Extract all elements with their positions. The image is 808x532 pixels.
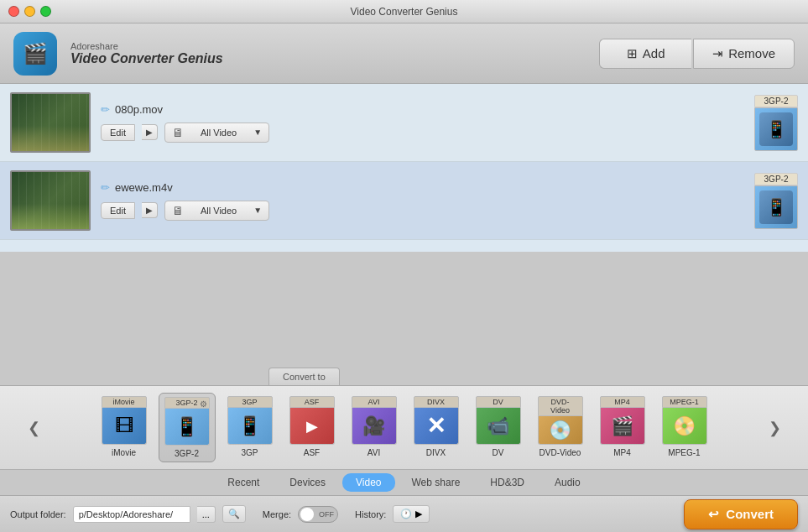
tab-audio[interactable]: Audio <box>541 473 594 492</box>
format-icon-box: 🎞 <box>102 408 147 445</box>
format-item-avi[interactable]: AVI 🎥 AVI <box>347 393 402 462</box>
bottom-bar: Output folder: p/Desktop/Adoreshare/ ...… <box>0 495 808 532</box>
browse-button[interactable]: ... <box>197 506 216 523</box>
format-item-dvd[interactable]: DVD-Video 💿 DVD-Video <box>533 393 588 462</box>
format-label: 3GP <box>241 448 258 457</box>
app-icon: 🎬 <box>13 32 57 76</box>
tab-recent[interactable]: Recent <box>214 473 273 492</box>
badge-icon-0: 📱 <box>754 107 798 151</box>
format-item-imovie[interactable]: iMovie 🎞 iMovie <box>96 393 152 462</box>
gear-icon: ⚙ <box>200 399 207 409</box>
scroll-right-arrow[interactable]: ❯ <box>766 403 783 453</box>
format-icon-box: 💿 <box>538 416 583 445</box>
window-title: Video Converter Genius <box>351 6 458 18</box>
app-name-block: Adoreshare Video Converter Genius <box>70 41 586 66</box>
badge-label-1: 3GP-2 <box>754 173 798 185</box>
format-dropdown-0[interactable]: 🖥 All Video ▼ <box>164 123 269 143</box>
merge-toggle[interactable]: OFF <box>298 506 338 523</box>
format-label: iMovie <box>112 448 136 457</box>
format-icon-box: 🎬 <box>600 408 645 445</box>
format-item-3gp2[interactable]: 3GP-2⚙ 📱 3GP-2 <box>159 393 216 462</box>
header-buttons: ⊞ Add ⇥ Remove <box>599 39 795 69</box>
file-thumbnail <box>10 92 91 153</box>
scroll-left-arrow[interactable]: ❮ <box>25 403 42 453</box>
merge-label: Merge: <box>263 509 291 519</box>
format-badge-mp4: MP4 🎬 <box>598 396 647 445</box>
format-icon-box: ✕ <box>414 408 459 445</box>
output-path-display[interactable]: p/Desktop/Adoreshare/ <box>73 506 190 523</box>
toggle-state: OFF <box>319 510 334 519</box>
format-item-3gp[interactable]: 3GP 📱 3GP <box>222 393 278 462</box>
format-icon: 🖥 <box>172 126 184 139</box>
add-icon: ⊞ <box>627 46 638 61</box>
format-badge-dvd: DVD-Video 💿 <box>536 396 585 445</box>
format-top-label: DIVX <box>414 396 459 408</box>
close-button[interactable] <box>8 6 19 17</box>
history-button[interactable]: 🕐 ▶ <box>393 505 430 523</box>
edit-arrow-button-0[interactable]: ▶ <box>142 124 158 140</box>
file-info: ✏ 080p.mov Edit ▶ 🖥 All Video ▼ <box>101 103 744 143</box>
convert-to-panel: Convert to ❮ iMovie 🎞 iMovie 3GP-2⚙ 📱 <box>0 361 808 469</box>
format-item-mp4[interactable]: MP4 🎬 MP4 <box>595 393 650 462</box>
tab-video[interactable]: Video <box>342 473 394 492</box>
format-label: DIVX <box>426 448 446 457</box>
history-icon: 🕐 <box>400 509 412 519</box>
format-arrow: ▼ <box>253 128 262 137</box>
format-label: MP4 <box>613 448 631 457</box>
badge-icon-1: 📱 <box>754 185 798 229</box>
edit-button-1[interactable]: Edit <box>101 202 135 219</box>
format-label: 3GP-2 <box>175 449 199 458</box>
format-badge-mpeg1: MPEG-1 📀 <box>660 396 709 445</box>
format-icon-box: 📱 <box>164 409 210 446</box>
maximize-button[interactable] <box>40 6 51 17</box>
format-top-label: MPEG-1 <box>662 396 707 408</box>
history-label: History: <box>355 509 386 519</box>
format-badge-dv: DV 📹 <box>474 396 523 445</box>
format-badge-asf: ASF ▶ <box>288 396 336 445</box>
remove-button[interactable]: ⇥ Remove <box>693 39 795 69</box>
pencil-icon: ✏ <box>101 103 110 116</box>
format-label: DV <box>493 448 504 457</box>
format-badge-3gp: 3GP 📱 <box>226 396 274 445</box>
file-name-row: ✏ ewewe.m4v <box>101 181 744 194</box>
remove-icon: ⇥ <box>712 46 723 61</box>
format-label: ASF <box>304 448 320 457</box>
format-badge-imovie: iMovie 🎞 <box>100 396 149 445</box>
format-top-label: 3GP <box>227 396 273 408</box>
format-item-mpeg1[interactable]: MPEG-1 📀 MPEG-1 <box>657 393 712 462</box>
app-icon-symbol: 🎬 <box>23 42 48 65</box>
format-item-asf[interactable]: ASF ▶ ASF <box>284 393 340 462</box>
tab-devices[interactable]: Devices <box>276 473 339 492</box>
main-content: ✏ 080p.mov Edit ▶ 🖥 All Video ▼ 3GP-2 📱 <box>0 84 808 532</box>
app-title: Video Converter Genius <box>70 51 586 66</box>
format-item-dv[interactable]: DV 📹 DV <box>471 393 526 462</box>
title-bar: Video Converter Genius <box>0 0 808 23</box>
format-icon-box: ▶ <box>289 408 335 445</box>
format-label: AVI <box>368 448 380 457</box>
format-top-label: ASF <box>289 396 335 408</box>
format-top-label: AVI <box>352 396 397 408</box>
convert-button[interactable]: ↩ Convert <box>684 499 798 529</box>
edit-button-0[interactable]: Edit <box>101 124 135 141</box>
search-icon: 🔍 <box>228 509 240 519</box>
format-badge-3gp2: 3GP-2⚙ 📱 <box>163 397 211 446</box>
format-top-label: DVD-Video <box>538 396 583 416</box>
format-icon: 🖥 <box>172 204 184 217</box>
tab-webshare[interactable]: Web share <box>399 473 474 492</box>
format-item-divx[interactable]: DIVX ✕ DIVX <box>409 393 464 462</box>
search-button[interactable]: 🔍 <box>222 505 246 523</box>
edit-arrow-button-1[interactable]: ▶ <box>142 202 158 218</box>
format-badge-divx: DIVX ✕ <box>412 396 461 445</box>
convert-icon: ↩ <box>708 507 719 522</box>
add-button[interactable]: ⊞ Add <box>599 39 691 69</box>
output-badge-1: 3GP-2 📱 <box>754 173 798 229</box>
tabs-bar: Recent Devices Video Web share HD&3D Aud… <box>0 469 808 495</box>
minimize-button[interactable] <box>24 6 35 17</box>
file-name: ewewe.m4v <box>115 181 173 194</box>
format-label: DVD-Video <box>540 448 581 457</box>
format-dropdown-1[interactable]: 🖥 All Video ▼ <box>164 201 269 221</box>
tab-hd3d[interactable]: HD&3D <box>477 473 538 492</box>
app-subtitle: Adoreshare <box>70 41 586 51</box>
header: 🎬 Adoreshare Video Converter Genius ⊞ Ad… <box>0 23 808 84</box>
format-label-0: All Video <box>201 128 237 138</box>
